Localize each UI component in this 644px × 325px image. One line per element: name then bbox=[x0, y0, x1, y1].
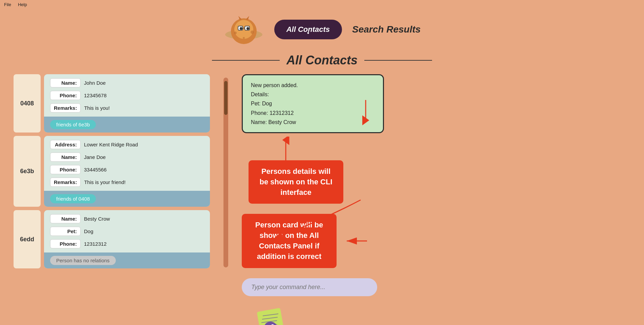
svg-point-13 bbox=[251, 31, 254, 34]
field-value-phone: 12345678 bbox=[84, 93, 107, 98]
field-row-phone: Phone: 33445566 bbox=[50, 165, 204, 174]
contact-index-0408: 0408 bbox=[14, 74, 41, 133]
notification-line-3: Pet: Dog bbox=[251, 99, 375, 108]
mascot-icon bbox=[255, 306, 299, 325]
field-label-name: Name: bbox=[50, 78, 81, 87]
notification-line-2: Details: bbox=[251, 90, 375, 99]
panel-annotation-text: Person card will be shown on the All Con… bbox=[255, 221, 323, 260]
no-relations-badge: Person has no relations bbox=[50, 256, 116, 265]
title-line-left bbox=[212, 60, 280, 61]
field-row-remarks: Remarks: This is you! bbox=[50, 103, 204, 113]
friends-badge-0408: friends of 6e3b bbox=[50, 120, 96, 129]
table-row: 0408 Name: John Doe Phone: 12345678 Rema… bbox=[14, 74, 210, 133]
field-value-name: Jane Doe bbox=[84, 154, 106, 160]
notification-box: New person added. Details: Pet: Dog Phon… bbox=[242, 74, 384, 133]
field-label-phone: Phone: bbox=[50, 165, 81, 174]
annotation-panel-area: Person card will be shown on the All Con… bbox=[242, 214, 630, 268]
field-value-name: Besty Crow bbox=[84, 216, 110, 222]
search-results-label: Search Results bbox=[352, 24, 421, 35]
field-label-remarks: Remarks: bbox=[50, 103, 81, 113]
table-row: 6e3b Address: Lower Kent Ridge Road Name… bbox=[14, 136, 210, 207]
field-value-pet: Dog bbox=[84, 228, 93, 234]
svg-point-6 bbox=[246, 27, 249, 30]
field-label-address: Address: bbox=[50, 140, 81, 149]
field-label-remarks: Remarks: bbox=[50, 178, 81, 187]
field-label-name: Name: bbox=[50, 153, 81, 162]
field-label-pet: Pet: bbox=[50, 227, 81, 236]
svg-point-12 bbox=[234, 32, 237, 34]
svg-point-2 bbox=[234, 20, 253, 39]
field-row-address: Address: Lower Kent Ridge Road bbox=[50, 140, 204, 149]
cli-input-area bbox=[242, 278, 630, 296]
scrollbar[interactable] bbox=[223, 78, 228, 267]
friends-badge-6e3b: friends of 0408 bbox=[50, 194, 96, 203]
field-label-name: Name: bbox=[50, 214, 81, 223]
notification-line-4: Phone: 12312312 bbox=[251, 108, 375, 118]
all-contacts-button[interactable]: All Contacts bbox=[274, 20, 342, 39]
menu-help[interactable]: Help bbox=[18, 2, 27, 7]
field-row-pet: Pet: Dog bbox=[50, 227, 204, 236]
cli-input[interactable] bbox=[242, 278, 377, 296]
field-value-name: John Doe bbox=[84, 80, 106, 86]
svg-point-5 bbox=[240, 27, 242, 30]
field-label-phone: Phone: bbox=[50, 239, 81, 248]
field-value-phone: 33445566 bbox=[84, 167, 107, 172]
logo-icon bbox=[223, 13, 264, 46]
field-value-remarks: This is you! bbox=[84, 105, 110, 111]
field-row-name: Name: John Doe bbox=[50, 78, 204, 87]
menu-bar: File Help bbox=[0, 0, 644, 9]
cli-annotation-box: Persons details will be shown on the CLI… bbox=[249, 160, 343, 204]
arrow-up-cli-icon bbox=[276, 137, 296, 164]
menu-file[interactable]: File bbox=[4, 2, 11, 7]
field-value-address: Lower Kent Ridge Road bbox=[84, 142, 138, 147]
main-content: 0408 Name: John Doe Phone: 12345678 Rema… bbox=[0, 74, 644, 325]
contact-footer-6e3b: friends of 0408 bbox=[44, 191, 210, 207]
title-line-right bbox=[364, 60, 432, 61]
field-row-phone: Phone: 12312312 bbox=[50, 239, 204, 248]
cli-annotation-text: Persons details will be shown on the CLI… bbox=[259, 167, 332, 197]
mascot-area bbox=[255, 306, 630, 325]
contacts-panel: 0408 Name: John Doe Phone: 12345678 Rema… bbox=[14, 74, 210, 268]
logo-area bbox=[223, 13, 264, 46]
scroll-thumb[interactable] bbox=[224, 81, 228, 115]
svg-point-14 bbox=[243, 37, 245, 39]
section-title-row: All Contacts bbox=[0, 53, 644, 67]
table-row: 6edd Name: Besty Crow Pet: Dog Phone: 12… bbox=[14, 210, 210, 268]
right-panel: New person added. Details: Pet: Dog Phon… bbox=[242, 74, 630, 325]
panel-annotation-box: Person card will be shown on the All Con… bbox=[242, 214, 337, 268]
annotation-cli-area: Persons details will be shown on the CLI… bbox=[242, 137, 630, 204]
field-value-phone: 12312312 bbox=[84, 241, 107, 247]
notification-line-5: Name: Besty Crow bbox=[251, 118, 375, 127]
contact-card-6edd: Name: Besty Crow Pet: Dog Phone: 1231231… bbox=[44, 210, 210, 268]
header: All Contacts Search Results bbox=[0, 13, 644, 46]
notification-line-1: New person added. bbox=[251, 81, 375, 90]
contact-card-6e3b: Address: Lower Kent Ridge Road Name: Jan… bbox=[44, 136, 210, 207]
contact-index-6edd: 6edd bbox=[14, 210, 41, 268]
contact-card-0408: Name: John Doe Phone: 12345678 Remarks: … bbox=[44, 74, 210, 133]
field-row-phone: Phone: 12345678 bbox=[50, 91, 204, 100]
field-label-phone: Phone: bbox=[50, 91, 81, 100]
field-row-remarks: Remarks: This is your friend! bbox=[50, 178, 204, 187]
field-value-remarks: This is your friend! bbox=[84, 179, 126, 185]
field-row-name: Name: Jane Doe bbox=[50, 153, 204, 162]
contact-footer-6edd: Person has no relations bbox=[44, 252, 210, 268]
section-title: All Contacts bbox=[286, 53, 358, 67]
contact-index-6e3b: 6e3b bbox=[14, 136, 41, 207]
arrow-panel-icon bbox=[343, 231, 370, 251]
field-row-name: Name: Besty Crow bbox=[50, 214, 204, 223]
contact-footer-0408: friends of 6e3b bbox=[44, 117, 210, 133]
